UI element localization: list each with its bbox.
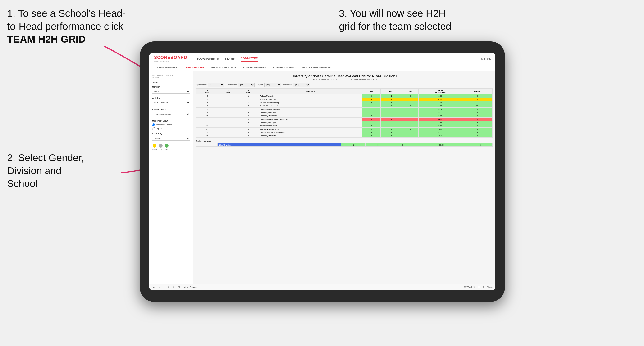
sub-nav-team-summary[interactable]: TEAM SUMMARY xyxy=(154,64,180,71)
nav-teams[interactable]: TEAMS xyxy=(225,56,235,61)
step3-annotation: 3. You will now see H2H grid for the tea… xyxy=(339,7,451,33)
table-row: 93University of Arizona1009.002 xyxy=(196,111,492,114)
sign-out[interactable]: | Sign out xyxy=(480,57,491,60)
division-record: Division Record: 88 - 17 - 0 xyxy=(351,79,377,81)
table-cell: 2 xyxy=(380,104,402,108)
table-row: 131Texas Tech University3005.569 xyxy=(196,124,492,128)
table-cell: 4 xyxy=(238,131,259,134)
tablet-frame: SCOREBOARD Powered by clippi TOURNAMENTS… xyxy=(140,41,505,302)
gender-select[interactable]: Men's xyxy=(152,89,190,94)
filter-row: Opponents: (All) Conference (All) Region… xyxy=(196,83,492,87)
sub-nav-player-h2h-grid[interactable]: PLAYER H2H GRID xyxy=(270,64,298,71)
filter-opponent-select[interactable]: (All) xyxy=(293,83,310,87)
table-cell: 0 xyxy=(402,134,418,138)
table-cell xyxy=(218,104,238,108)
toolbar-clock[interactable]: ⏱ xyxy=(177,285,181,289)
radio-top100[interactable]: Top 100 xyxy=(152,127,190,130)
col-opponent: Opponent xyxy=(259,89,362,94)
sub-nav-team-h2h-grid[interactable]: TEAM H2H GRID xyxy=(181,64,207,71)
table-cell: 0 xyxy=(402,124,418,128)
out-tie: 0 xyxy=(390,143,415,147)
filter-conference-group: Conference (All) xyxy=(226,83,254,87)
table-cell: 3 xyxy=(462,118,492,121)
table-cell: 0 xyxy=(402,108,418,111)
toolbar-grid-icon[interactable]: ⊞ xyxy=(482,286,484,288)
table-cell: 1 xyxy=(238,101,259,104)
table-cell: 0 xyxy=(402,114,418,118)
filter-opponents-group: Opponents: (All) xyxy=(196,83,224,87)
toolbar-share[interactable]: Share xyxy=(487,286,492,288)
filter-region-label: Region xyxy=(257,84,263,86)
col-rank: #Rank xyxy=(196,89,219,94)
sub-nav-player-summary[interactable]: PLAYER SUMMARY xyxy=(240,64,269,71)
table-cell xyxy=(218,121,238,124)
filter-conf-label: Conference xyxy=(226,84,237,86)
nav-links: TOURNAMENTS TEAMS COMMITTEE xyxy=(197,56,258,61)
out-table: NCAA Division II 1 0 0 26.00 3 xyxy=(196,143,492,147)
grid-title: University of North Carolina Head-to-Hea… xyxy=(196,74,492,78)
table-cell: 5.56 xyxy=(418,124,462,128)
table-cell: 12 xyxy=(196,121,219,124)
table-cell: 0 xyxy=(380,121,402,124)
sub-nav-player-h2h-heatmap[interactable]: PLAYER H2H HEATMAP xyxy=(300,64,334,71)
radio-opponents-played[interactable]: Opponents Played xyxy=(152,123,190,126)
table-cell: 1 xyxy=(380,131,402,134)
nav-tournaments[interactable]: TOURNAMENTS xyxy=(197,56,219,61)
out-of-division-title: Out of division xyxy=(196,140,492,142)
toolbar-comment[interactable]: 💬 xyxy=(478,286,480,288)
overall-record: Overall Record: 89 - 17 - 0 xyxy=(312,79,337,81)
toolbar-back[interactable]: ‹ xyxy=(162,285,165,289)
table-cell: 2.33 xyxy=(418,121,462,124)
colour-dot-up xyxy=(165,144,168,148)
table-cell: 8 xyxy=(462,114,492,118)
toolbar-redo[interactable]: ↪ xyxy=(158,285,161,289)
main-content: Last Updated: 27/03/2024 16:55:38 Team G… xyxy=(149,71,496,284)
table-cell: 0 xyxy=(402,131,418,134)
table-cell xyxy=(218,108,238,111)
table-cell: 1 xyxy=(380,134,402,138)
nav-committee[interactable]: COMMITTEE xyxy=(240,56,258,61)
filter-conf-select[interactable]: (All) xyxy=(238,83,254,87)
table-row: 62Florida State University1201.8312 xyxy=(196,104,492,108)
step1-line1: 1. To see a School's Head- xyxy=(7,8,126,19)
radio-opponents-played-input[interactable] xyxy=(152,123,155,126)
table-cell: 1 xyxy=(362,108,381,111)
table-cell: 0 xyxy=(380,108,402,111)
table-cell: University of Alabama xyxy=(259,114,362,118)
out-diff: 26.00 xyxy=(415,143,468,147)
table-cell: 0 xyxy=(380,114,402,118)
table-cell: 2 xyxy=(362,94,381,98)
gender-label: Gender xyxy=(152,86,190,88)
table-cell: University of Arkansas, Fayetteville xyxy=(259,118,362,121)
toolbar-watch[interactable]: 👁 Watch ▼ xyxy=(464,286,475,288)
step3-line2: grid for the team selected xyxy=(339,21,451,32)
division-select[interactable]: NCAA Division I xyxy=(152,101,190,105)
table-cell: 0 xyxy=(380,124,402,128)
table-cell: 11 xyxy=(196,118,219,121)
team-label: Team xyxy=(152,81,190,84)
colour-label-level: Level xyxy=(158,148,163,150)
table-cell: 0 xyxy=(380,111,402,114)
school-select[interactable]: 1. University of Nort... xyxy=(152,112,190,116)
table-cell xyxy=(218,134,238,138)
toolbar-add[interactable]: ⊕ xyxy=(172,285,176,289)
table-cell: University of Florida xyxy=(259,134,362,138)
table-cell: -1.00 xyxy=(418,128,462,131)
table-cell: 2 xyxy=(380,128,402,131)
colour-dot-level xyxy=(159,144,162,148)
radio2-label: Top 100 xyxy=(156,128,163,130)
filter-region-select[interactable]: (All) xyxy=(264,83,281,87)
table-cell: 1 xyxy=(362,121,381,124)
grid-area: University of North Carolina Head-to-Hea… xyxy=(193,71,496,284)
table-cell: 1 xyxy=(362,104,381,108)
table-cell xyxy=(218,118,238,121)
table-cell: 3 xyxy=(462,108,492,111)
filter-opponents-select[interactable]: (All) xyxy=(208,83,224,87)
table-cell: University of Oklahoma xyxy=(259,128,362,131)
colour-by-select[interactable]: Win/loss xyxy=(152,136,190,141)
radio-top100-input[interactable] xyxy=(152,127,155,130)
toolbar-undo[interactable]: ↩ xyxy=(152,285,156,289)
sub-nav-team-h2h-heatmap[interactable]: TEAM H2H HEATMAP xyxy=(208,64,239,71)
toolbar-copy[interactable]: ⧉ xyxy=(167,285,170,289)
table-cell: Arizona State University xyxy=(259,101,362,104)
